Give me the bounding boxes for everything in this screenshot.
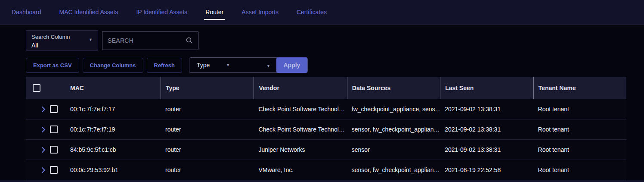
expand-row-button[interactable] <box>42 167 46 173</box>
table-header-row: MACTypeVendorData SourcesLast SeenTenant… <box>26 77 626 99</box>
cell-mac: 00:1c:7f:7e:f7:17 <box>70 106 161 113</box>
table-row: 00:1c:7f:7e:f7:19 router Check Point Sof… <box>26 119 626 140</box>
cell-mac: 00:0c:29:53:92:b1 <box>70 166 161 173</box>
dropdown-caret-icon: ▼ <box>89 38 93 42</box>
column-header-mac[interactable]: MAC <box>70 77 161 99</box>
cell-data-sources: fw_checkpoint_appliance, sens… <box>347 106 440 113</box>
column-header-type[interactable]: Type <box>161 77 254 99</box>
row-controls <box>26 126 70 133</box>
page-content: Search Column All ▼ Export as CSV Change… <box>0 30 644 180</box>
row-checkbox[interactable] <box>50 126 58 133</box>
cell-type: router <box>161 106 254 113</box>
chevron-right-icon <box>42 127 46 132</box>
cell-vendor: Juniper Networks <box>254 146 347 153</box>
nav-tab-router[interactable]: Router <box>204 4 225 20</box>
chevron-right-icon <box>42 107 46 112</box>
cell-last-seen: 2021-09-02 13:38:31 <box>440 146 533 153</box>
cell-type: router <box>161 166 254 173</box>
nav-tab-certificates[interactable]: Certificates <box>295 4 328 20</box>
nav-tab-mac-identified-assets[interactable]: MAC Identified Assets <box>58 4 120 20</box>
cell-last-seen: 2021-08-19 22:52:58 <box>440 166 533 173</box>
assets-table: MACTypeVendorData SourcesLast SeenTenant… <box>26 77 626 180</box>
cell-tenant-name: Root tenant <box>533 106 626 113</box>
search-column-label: Search Column <box>31 34 93 40</box>
filter-field-value: Type <box>197 62 210 69</box>
search-column-select[interactable]: Search Column All ▼ <box>26 30 98 51</box>
cell-last-seen: 2021-09-02 13:38:31 <box>440 106 533 113</box>
row-checkbox[interactable] <box>50 105 58 113</box>
table-row: 00:1c:7f:7e:f7:17 router Check Point Sof… <box>26 99 626 119</box>
main-nav: DashboardMAC Identified AssetsIP Identif… <box>0 0 644 25</box>
cell-vendor: VMware, Inc. <box>254 166 347 173</box>
cell-type: router <box>161 126 254 133</box>
cell-mac: 00:1c:7f:7e:f7:19 <box>70 126 161 133</box>
cell-tenant-name: Root tenant <box>533 126 626 133</box>
cell-last-seen: 2021-09-02 13:38:31 <box>440 126 533 133</box>
cell-tenant-name: Root tenant <box>533 146 626 153</box>
column-header-vendor[interactable]: Vendor <box>254 77 347 99</box>
cell-tenant-name: Root tenant <box>533 166 626 173</box>
search-row: Search Column All ▼ <box>26 30 644 51</box>
search-box <box>102 31 198 50</box>
row-controls <box>26 166 70 174</box>
cell-data-sources: sensor <box>347 146 440 153</box>
cell-data-sources: sensor, fw_checkpoint_applian… <box>347 126 440 133</box>
filter-field-select[interactable]: Type ▼ <box>189 62 230 69</box>
search-column-value: All <box>31 42 93 49</box>
row-checkbox[interactable] <box>50 146 58 154</box>
refresh-button[interactable]: Refresh <box>147 58 182 73</box>
column-header-data-sources[interactable]: Data Sources <box>347 77 440 99</box>
table-row: 84:b5:9c:5f:c1:cb router Juniper Network… <box>26 140 626 160</box>
expand-row-button[interactable] <box>42 107 46 112</box>
cell-vendor: Check Point Software Technol… <box>254 126 347 133</box>
cell-type: router <box>161 146 254 153</box>
table-row: 00:0c:29:53:92:b1 router VMware, Inc. se… <box>26 160 626 180</box>
filter-value-select[interactable]: ▼ <box>266 61 270 69</box>
export-csv-button[interactable]: Export as CSV <box>26 58 79 73</box>
dropdown-caret-icon: ▼ <box>226 63 230 67</box>
cell-data-sources: sensor, fw_checkpoint_applian… <box>347 166 440 173</box>
header-checkbox-cell <box>26 77 70 99</box>
search-input[interactable] <box>102 37 198 44</box>
bottom-strip <box>0 180 644 182</box>
table-body: 00:1c:7f:7e:f7:17 router Check Point Sof… <box>26 99 626 180</box>
nav-tab-ip-identified-assets[interactable]: IP Identified Assets <box>135 4 189 20</box>
nav-tab-dashboard[interactable]: Dashboard <box>10 4 43 20</box>
cell-vendor: Check Point Software Technol… <box>254 106 347 113</box>
row-controls <box>26 146 70 154</box>
nav-tabs: DashboardMAC Identified AssetsIP Identif… <box>10 4 328 20</box>
apply-button[interactable]: Apply <box>276 57 307 73</box>
filter-group: Type ▼ ▼ Apply <box>189 57 308 73</box>
nav-tab-asset-imports[interactable]: Asset Imports <box>240 4 280 20</box>
column-header-tenant-name[interactable]: Tenant Name <box>533 77 626 99</box>
row-checkbox[interactable] <box>50 166 58 174</box>
column-header-last-seen[interactable]: Last Seen <box>440 77 533 99</box>
chevron-right-icon <box>42 147 46 153</box>
search-icon <box>186 37 193 44</box>
dropdown-caret-icon: ▼ <box>266 64 270 68</box>
toolbar: Export as CSV Change Columns Refresh Typ… <box>26 57 644 73</box>
cell-mac: 84:b5:9c:5f:c1:cb <box>70 146 161 153</box>
expand-row-button[interactable] <box>42 147 46 153</box>
expand-row-button[interactable] <box>42 127 46 132</box>
select-all-checkbox[interactable] <box>33 84 40 92</box>
chevron-right-icon <box>42 167 46 173</box>
change-columns-button[interactable]: Change Columns <box>83 58 143 73</box>
row-controls <box>26 105 70 113</box>
